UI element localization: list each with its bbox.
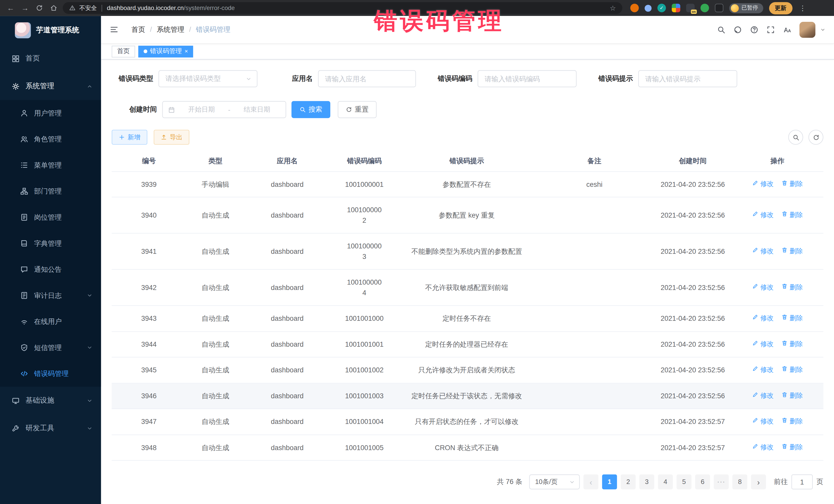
prev-page-button[interactable]: ‹: [584, 475, 598, 489]
sidebar-toggle[interactable]: [110, 25, 118, 34]
error-msg-input[interactable]: [638, 70, 737, 87]
browser-extensions: ✓ on 已暂停 更新 ⋮: [630, 2, 806, 14]
sidebar-item-user[interactable]: 用户管理: [0, 100, 101, 126]
sidebar-item-home[interactable]: 首页: [0, 45, 101, 72]
page-button-3[interactable]: 3: [639, 475, 654, 489]
delete-link[interactable]: 删除: [781, 417, 803, 427]
breadcrumb-item[interactable]: 系统管理: [157, 25, 184, 34]
refresh-table-button[interactable]: [809, 130, 824, 145]
table-cell: 3945: [112, 357, 186, 382]
table-cell: 3947: [112, 409, 186, 434]
page-button-2[interactable]: 2: [621, 475, 636, 489]
page-button-8[interactable]: 8: [732, 475, 747, 489]
edit-link[interactable]: 修改: [752, 179, 774, 189]
add-button[interactable]: 新增: [112, 130, 147, 145]
sidebar-item-devtool[interactable]: 研发工具: [0, 414, 101, 442]
sms-icon: [20, 344, 28, 352]
error-type-select[interactable]: 请选择错误码类型: [159, 70, 258, 87]
forward-button[interactable]: →: [20, 3, 30, 13]
sidebar-item-role[interactable]: 角色管理: [0, 126, 101, 152]
sidebar-item-menu[interactable]: 菜单管理: [0, 152, 101, 178]
breadcrumb-item[interactable]: 首页: [131, 25, 145, 34]
page-button-5[interactable]: 5: [676, 475, 691, 489]
app-name-input[interactable]: [318, 70, 416, 87]
extension-icon[interactable]: ✓: [657, 4, 666, 12]
home-button[interactable]: [48, 3, 59, 13]
sidebar-item-dict[interactable]: 字典管理: [0, 230, 101, 256]
delete-link[interactable]: 删除: [781, 246, 803, 256]
goto-page-input[interactable]: [791, 475, 813, 489]
next-page-button[interactable]: ›: [751, 475, 766, 489]
caret-down-icon[interactable]: [820, 27, 826, 32]
sidebar-item-errorcode[interactable]: 错误码管理: [0, 360, 101, 387]
search-icon[interactable]: [717, 25, 725, 34]
table-cell: dashboard: [245, 239, 330, 264]
edit-link[interactable]: 修改: [752, 442, 774, 453]
delete-link[interactable]: 删除: [781, 210, 803, 220]
extension-icon[interactable]: [715, 4, 723, 12]
sidebar-item-dept[interactable]: 部门管理: [0, 178, 101, 204]
browser-update-button[interactable]: 更新: [769, 2, 792, 14]
table-cell: 2021-04-20 23:52:56: [654, 332, 731, 357]
tab-close-icon[interactable]: ×: [184, 48, 188, 54]
reload-button[interactable]: [34, 3, 45, 13]
sidebar-item-sms[interactable]: 短信管理: [0, 335, 101, 361]
edit-link[interactable]: 修改: [752, 365, 774, 375]
column-header: 备注: [534, 151, 654, 171]
edit-link[interactable]: 修改: [752, 417, 774, 427]
delete-link[interactable]: 删除: [781, 313, 803, 324]
browser-menu-icon[interactable]: ⋮: [799, 4, 806, 12]
search-button[interactable]: 搜索: [291, 101, 330, 118]
extension-icon[interactable]: [630, 4, 639, 12]
bookmark-star-icon[interactable]: ☆: [610, 4, 616, 12]
more-pages-button[interactable]: ···: [714, 475, 729, 489]
edit-link[interactable]: 修改: [752, 283, 774, 292]
tab-错误码管理[interactable]: 错误码管理×: [138, 45, 193, 57]
extension-icon[interactable]: [672, 4, 680, 12]
delete-link[interactable]: 删除: [781, 442, 803, 453]
edit-link[interactable]: 修改: [752, 391, 774, 401]
user-avatar[interactable]: [799, 22, 815, 38]
paused-extension-badge[interactable]: 已暂停: [729, 3, 763, 13]
table-cell: 1001001004: [330, 409, 399, 434]
delete-link[interactable]: 删除: [781, 179, 803, 189]
sidebar-item-audit[interactable]: 审计日志: [0, 283, 101, 309]
edit-link[interactable]: 修改: [752, 339, 774, 349]
address-bar[interactable]: 不安全 dashboard.yudao.iocoder.cn/system/er…: [63, 2, 622, 14]
font-size-icon[interactable]: [783, 25, 791, 34]
sidebar-item-post[interactable]: 岗位管理: [0, 204, 101, 231]
edit-link[interactable]: 修改: [752, 313, 774, 324]
sidebar-item-online[interactable]: 在线用户: [0, 308, 101, 335]
sidebar-item-infra[interactable]: 基础设施: [0, 387, 101, 414]
delete-link[interactable]: 删除: [781, 339, 803, 349]
delete-link[interactable]: 删除: [781, 283, 803, 292]
export-button[interactable]: 导出: [154, 130, 190, 145]
extension-icon[interactable]: [644, 5, 652, 12]
table-cell: 自动生成: [186, 383, 245, 408]
sidebar-item-label: 岗位管理: [34, 213, 62, 222]
page-button-6[interactable]: 6: [695, 475, 710, 489]
tab-首页[interactable]: 首页: [112, 45, 135, 57]
help-icon[interactable]: [750, 25, 759, 34]
delete-link[interactable]: 删除: [781, 365, 803, 375]
sidebar-item-notice[interactable]: 通知公告: [0, 256, 101, 283]
sidebar-item-system[interactable]: 系统管理: [0, 72, 101, 100]
extension-icon[interactable]: [701, 4, 709, 12]
create-time-range-picker[interactable]: 开始日期 - 结束日期: [162, 101, 286, 118]
app-logo[interactable]: 芋道管理系统: [0, 16, 101, 45]
edit-icon: [752, 365, 758, 375]
github-icon[interactable]: [733, 25, 742, 34]
error-code-input[interactable]: [478, 70, 577, 87]
show-search-toggle[interactable]: [788, 130, 803, 145]
page-size-select[interactable]: 10条/页: [529, 475, 580, 489]
extension-icon[interactable]: on: [686, 4, 695, 12]
delete-link[interactable]: 删除: [781, 391, 803, 401]
reset-button[interactable]: 重置: [338, 101, 376, 118]
page-button-1[interactable]: 1: [602, 475, 617, 489]
fullscreen-icon[interactable]: [767, 25, 775, 34]
table-cell: 100100000 3: [330, 234, 399, 269]
edit-link[interactable]: 修改: [752, 210, 774, 220]
edit-link[interactable]: 修改: [752, 246, 774, 256]
page-button-4[interactable]: 4: [658, 475, 673, 489]
back-button[interactable]: ←: [5, 3, 16, 13]
